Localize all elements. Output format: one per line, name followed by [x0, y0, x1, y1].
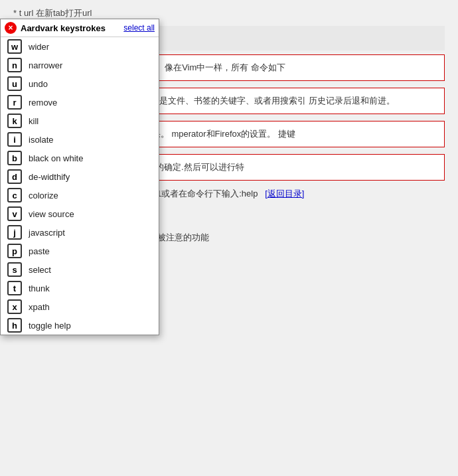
key-badge-d: d [7, 169, 22, 184]
keystroke-item-k[interactable]: kkill [1, 112, 159, 130]
key-label-k: kill [29, 116, 38, 126]
key-label-t: thunk [29, 283, 50, 293]
key-label-s: select [29, 265, 51, 275]
keystroke-dropdown: × Aardvark keystrokes select all wwidern… [0, 19, 159, 335]
key-badge-u: u [7, 76, 22, 91]
keystroke-item-p[interactable]: ppaste [1, 242, 159, 260]
key-label-x: xpath [29, 302, 50, 312]
keystroke-item-n[interactable]: nnarrower [1, 56, 159, 74]
keystroke-item-t[interactable]: tthunk [1, 279, 159, 297]
key-badge-k: k [7, 114, 22, 128]
keystroke-list: wwidernnarroweruundorremovekkilliisolate… [1, 37, 159, 335]
key-badge-c: c [7, 188, 22, 202]
dropdown-title: Aardvark keystrokes [21, 23, 119, 33]
key-label-n: narrower [29, 60, 62, 70]
keystroke-item-d[interactable]: dde-widthify [1, 167, 159, 186]
keystroke-item-v[interactable]: vview source [1, 204, 159, 223]
keystroke-item-x[interactable]: xxpath [1, 297, 159, 316]
keystroke-item-j[interactable]: jjavascript [1, 223, 159, 242]
key-label-r: remove [29, 98, 57, 108]
keystroke-item-r[interactable]: rremove [1, 93, 159, 112]
dropdown-header: × Aardvark keystrokes select all [1, 19, 159, 37]
key-badge-n: n [7, 58, 22, 72]
key-badge-w: w [7, 39, 22, 54]
keystroke-item-w[interactable]: wwider [1, 37, 159, 56]
key-badge-p: p [7, 244, 22, 258]
close-button[interactable]: × [5, 22, 17, 34]
key-badge-x: x [7, 299, 22, 314]
key-badge-i: i [7, 132, 22, 147]
key-badge-j: j [7, 225, 22, 240]
keystroke-item-h[interactable]: htoggle help [1, 316, 159, 335]
help-link[interactable]: [返回目录] [265, 189, 304, 198]
keystroke-item-s[interactable]: sselect [1, 260, 159, 279]
key-label-d: de-widthify [29, 172, 70, 182]
keystroke-item-i[interactable]: iisolate [1, 130, 159, 149]
key-label-h: toggle help [29, 321, 71, 331]
key-badge-t: t [7, 281, 22, 295]
key-label-b: black on white [29, 153, 83, 163]
key-label-p: paste [29, 246, 50, 256]
key-label-j: javascript [29, 228, 65, 238]
keystroke-item-u[interactable]: uundo [1, 74, 159, 93]
key-label-i: isolate [29, 135, 54, 145]
key-label-v: view source [29, 209, 74, 219]
keystroke-item-b[interactable]: bblack on white [1, 149, 159, 167]
key-badge-b: b [7, 151, 22, 165]
key-badge-v: v [7, 206, 22, 221]
key-label-w: wider [29, 42, 49, 52]
key-badge-s: s [7, 262, 22, 277]
select-all-link[interactable]: select all [123, 23, 155, 33]
key-badge-r: r [7, 95, 22, 110]
keystroke-item-c[interactable]: ccolorize [1, 186, 159, 204]
key-label-c: colorize [29, 191, 58, 200]
key-label-u: undo [29, 79, 48, 89]
key-badge-h: h [7, 318, 22, 333]
